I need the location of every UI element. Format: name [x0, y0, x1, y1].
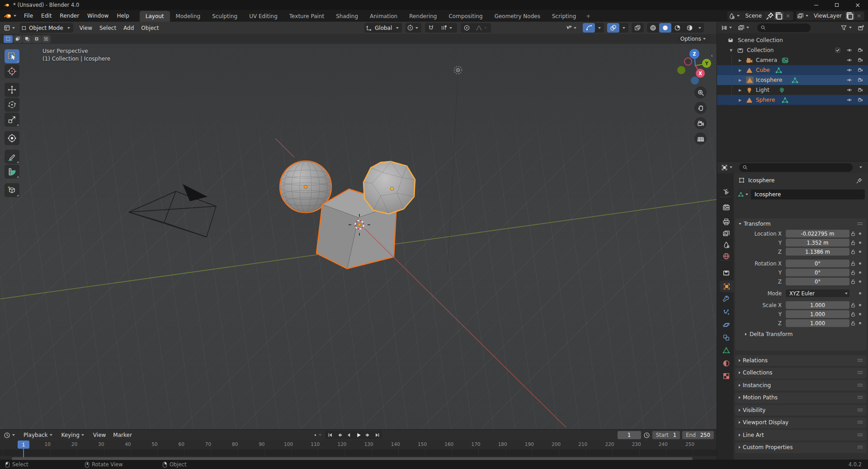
properties-tab-constraints[interactable] [718, 332, 734, 343]
toggle-ortho-button[interactable] [694, 133, 707, 145]
select-mode-intersect[interactable] [42, 35, 51, 43]
properties-tab-modifiers[interactable] [718, 294, 734, 305]
workspace-tab-rendering[interactable]: Rendering [403, 11, 443, 22]
shading-material-preview-button[interactable] [671, 23, 684, 33]
value-field[interactable]: 1.000 [786, 301, 849, 309]
shading-dropdown[interactable] [696, 23, 704, 33]
outliner-filter-dropdown[interactable] [839, 23, 855, 33]
axis-neg-y-ball[interactable] [677, 66, 685, 74]
play-button[interactable] [354, 431, 363, 439]
workspace-tab-sculpting[interactable]: Sculpting [206, 11, 243, 22]
panel-line-art[interactable]: Line Art [735, 430, 867, 441]
jump-to-prev-keyframe-button[interactable] [335, 431, 344, 439]
panel-instancing[interactable]: Instancing [735, 380, 867, 391]
value-field[interactable]: 1.1386 m [786, 248, 849, 256]
properties-tab-material[interactable] [718, 357, 734, 369]
workspace-tab-layout[interactable]: Layout [140, 11, 170, 22]
outliner-row-icosphere[interactable]: ▶Icosphere [717, 75, 868, 85]
pin-icon[interactable] [765, 12, 774, 20]
jump-to-next-keyframe-button[interactable] [363, 431, 373, 439]
frame-end-field[interactable]: End 250 [682, 431, 714, 439]
lock-icon[interactable] [849, 249, 857, 255]
animate-dot[interactable] [857, 322, 863, 324]
object-name-field[interactable]: Icosphere [737, 189, 865, 199]
menu-help[interactable]: Help [113, 10, 133, 22]
tool-add-cube-button[interactable] [5, 183, 19, 197]
panel-collections[interactable]: Collections [735, 368, 867, 379]
show-overlays-toggle[interactable] [607, 23, 619, 33]
lock-icon[interactable] [849, 321, 857, 326]
camera-toggle[interactable] [856, 47, 864, 53]
object-visibility-dropdown[interactable] [564, 23, 580, 33]
eye-toggle[interactable] [845, 47, 854, 53]
properties-tab-scene[interactable] [718, 239, 734, 251]
workspace-tab-texture-paint[interactable]: Texture Paint [283, 11, 330, 22]
icosphere-object[interactable] [363, 161, 415, 214]
properties-tab-texture[interactable] [718, 370, 734, 382]
properties-search-input[interactable] [739, 163, 853, 172]
transform-orientation-dropdown[interactable]: Global [364, 23, 402, 33]
new-scene-button[interactable] [774, 12, 783, 20]
timeline-ruler[interactable]: 1 10203040506070809010011012013014015016… [0, 441, 717, 460]
menu-file[interactable]: File [20, 10, 37, 22]
properties-tab-tool[interactable] [718, 186, 734, 198]
value-field[interactable]: 1.000 [786, 319, 849, 327]
proportional-editing-toggle[interactable] [461, 23, 473, 33]
workspace-tab-modeling[interactable]: Modeling [170, 11, 207, 22]
camera-toggle[interactable] [856, 57, 864, 63]
lock-icon[interactable] [849, 270, 857, 275]
properties-tab-object[interactable] [720, 280, 734, 292]
delta-transform-subpanel[interactable]: Delta Transform [745, 331, 867, 337]
view-layer-selector[interactable]: ViewLayer × [796, 11, 864, 20]
outliner-search-input[interactable] [757, 24, 811, 32]
camera-toggle[interactable] [856, 67, 864, 73]
use-preview-range-icon[interactable] [643, 432, 650, 439]
camera-object[interactable] [129, 184, 216, 237]
camera-toggle[interactable] [856, 87, 864, 93]
outliner-row-collection[interactable]: ▼Collection [717, 45, 868, 55]
workspace-tab-compositing[interactable]: Compositing [443, 11, 488, 22]
panel-visibility[interactable]: Visibility [735, 405, 867, 416]
rotation-mode-dropdown[interactable]: XYZ Euler [786, 289, 849, 297]
value-field[interactable]: 0° [786, 260, 849, 267]
menu-edit[interactable]: Edit [37, 10, 56, 22]
outliner-viewlayer-dropdown[interactable] [736, 23, 752, 33]
tool-move-button[interactable] [5, 83, 19, 97]
lock-icon[interactable] [849, 312, 857, 317]
workspace-tab-uv-editing[interactable]: UV Editing [243, 11, 283, 22]
camera-toggle[interactable] [856, 97, 864, 103]
menu-window[interactable]: Window [83, 10, 113, 22]
unlink-scene-button[interactable]: × [783, 12, 793, 20]
frame-start-field[interactable]: Start 1 [652, 431, 680, 439]
select-mode-invert[interactable] [32, 35, 41, 43]
eye-toggle[interactable] [845, 77, 854, 83]
snap-settings-dropdown[interactable] [437, 23, 457, 33]
tool-scale-button[interactable] [5, 113, 19, 127]
properties-tab-physics[interactable] [718, 319, 734, 331]
editor-type-button[interactable] [2, 23, 18, 33]
workspace-tab-shading[interactable]: Shading [330, 11, 364, 22]
new-view-layer-button[interactable] [845, 12, 854, 20]
eye-toggle[interactable] [845, 67, 854, 73]
timeline-menu-marker[interactable]: Marker [109, 432, 135, 438]
mode-dropdown[interactable]: Object Mode [20, 23, 73, 33]
timeline-menu-keying[interactable]: Keying [58, 432, 90, 438]
gizmo-settings-dropdown[interactable] [595, 23, 604, 33]
viewport-menu-select[interactable]: Select [96, 25, 120, 31]
lock-icon[interactable] [849, 231, 857, 237]
animate-dot[interactable] [857, 304, 863, 306]
pivot-point-dropdown[interactable] [406, 23, 421, 33]
show-gizmo-toggle[interactable] [583, 23, 595, 33]
tool-rotate-button[interactable] [5, 98, 19, 112]
select-mode-extend[interactable] [13, 35, 22, 43]
animate-dot[interactable] [857, 280, 863, 283]
blender-menu-button[interactable] [0, 12, 20, 20]
outliner-row-scene-collection[interactable]: Scene Collection [717, 35, 868, 45]
light-object[interactable] [448, 66, 462, 273]
timeline-menu-view[interactable]: View [90, 432, 109, 438]
panel-custom-properties[interactable]: Custom Properties [735, 442, 867, 453]
transform-panel-header[interactable]: Transform [735, 218, 867, 229]
properties-tab-render[interactable] [718, 201, 734, 213]
close-button[interactable]: × [847, 0, 868, 10]
axis-neg-z-ball[interactable] [691, 76, 699, 85]
